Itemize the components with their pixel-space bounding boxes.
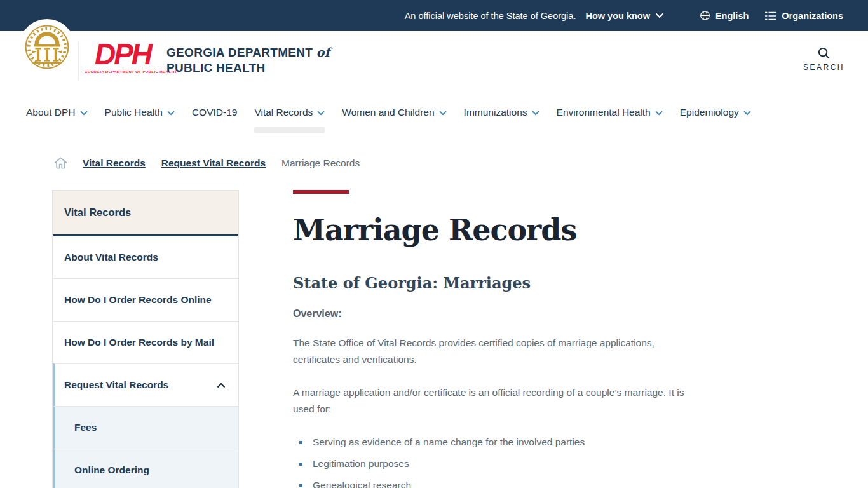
official-website-text: An official website of the State of Geor… [405,11,576,21]
section-heading: State of Georgia: Marriages [293,274,700,292]
sidebar-item-fees[interactable]: Fees [53,406,238,449]
nav-item-label: COVID-19 [192,107,238,118]
sidebar-item-about-vital-records[interactable]: About Vital Records [53,236,238,278]
sidebar-item-request-vital-records[interactable]: Request Vital Records [53,363,238,406]
list-icon [765,11,776,20]
language-button[interactable]: English [700,10,749,21]
chevron-down-icon [655,109,663,116]
chevron-down-icon [167,109,175,116]
breadcrumb: Vital RecordsRequest Vital RecordsMarria… [53,156,868,170]
bullet-square-icon [299,484,302,487]
nav-item-environmental-health[interactable]: Environmental Health [557,104,663,121]
sidebar-title: Vital Records [53,191,238,236]
home-icon[interactable] [53,156,68,170]
nav-item-epidemiology[interactable]: Epidemiology [680,104,751,121]
chevron-down-icon [439,109,447,116]
sidebar-item-label: Online Ordering [74,464,149,476]
list-item-text: Serving as evidence of a name change for… [313,437,585,448]
nav-item-label: Environmental Health [557,107,651,118]
nav-item-label: Epidemiology [680,107,739,118]
page-title: Marriage Records [293,213,700,247]
sidebar-item-label: About Vital Records [64,252,158,263]
title-accent-bar [293,190,349,194]
sidebar-vital-records: Vital Records About Vital RecordsHow Do … [52,190,239,488]
bullet-square-icon [299,441,302,444]
breadcrumb-link-request-vital-records[interactable]: Request Vital Records [161,158,266,169]
nav-item-label: Public Health [105,107,163,118]
page-content: Marriage Records State of Georgia: Marri… [293,190,700,488]
nav-item-public-health[interactable]: Public Health [105,104,175,121]
nav-item-label: Vital Records [254,107,313,118]
organizations-button[interactable]: Organizations [765,11,843,21]
list-item: Serving as evidence of a name change for… [299,437,700,448]
sidebar-item-label: How Do I Order Records Online [64,294,212,306]
sidebar-item-how-do-i-order-records-by-mail[interactable]: How Do I Order Records by Mail [53,321,238,363]
site-header: DPH GEORGIA DEPARTMENT OF PUBLIC HEALTH … [0,31,868,91]
sidebar-item-how-do-i-order-records-online[interactable]: How Do I Order Records Online [53,278,238,321]
nav-item-vital-records[interactable]: Vital Records [254,104,325,121]
chevron-up-icon [217,383,227,388]
sidebar-item-label: Request Vital Records [64,379,168,391]
chevron-down-icon [80,109,88,116]
government-banner: An official website of the State of Geor… [0,0,868,31]
list-item: Genealogical research [299,480,700,488]
list-item-text: Genealogical research [313,480,411,488]
nav-item-immunizations[interactable]: Immunizations [464,104,539,121]
how-you-know-button[interactable]: How you know [585,11,664,21]
nav-item-label: Immunizations [464,107,527,118]
nav-item-label: About DPH [26,107,76,118]
body-paragraph: A marriage application and/or certificat… [293,384,693,418]
body-paragraph: The State Office of Vital Records provid… [293,335,693,369]
nav-item-covid-19[interactable]: COVID-19 [192,104,238,121]
sidebar-item-online-ordering[interactable]: Online Ordering [53,449,238,488]
main-navigation: About DPHPublic HealthCOVID-19Vital Reco… [0,91,868,134]
chevron-down-icon [532,109,539,116]
sidebar-item-label: How Do I Order Records by Mail [64,337,214,348]
nav-item-about-dph[interactable]: About DPH [26,104,88,121]
chevron-down-icon [743,109,751,116]
georgia-state-seal-logo[interactable] [19,19,75,75]
chevron-down-icon [317,109,325,116]
sidebar-item-label: Fees [74,422,97,433]
header-divider [78,41,79,81]
search-icon [817,46,831,60]
georgia-arch-icon [24,24,70,70]
breadcrumb-link-vital-records[interactable]: Vital Records [83,158,146,169]
list-item-text: Legitimation purposes [313,458,409,470]
nav-item-women-and-children[interactable]: Women and Children [342,104,446,121]
bullet-square-icon [299,463,302,466]
breadcrumb-current-marriage-records: Marriage Records [281,158,360,169]
chevron-down-icon [655,13,664,18]
nav-item-label: Women and Children [342,107,434,118]
globe-icon [700,10,710,21]
usage-list: Serving as evidence of a name change for… [293,437,700,488]
search-button[interactable]: SEARCH [803,46,844,72]
list-item: Legitimation purposes [299,458,700,470]
dph-logo[interactable]: DPH GEORGIA DEPARTMENT OF PUBLIC HEALTH [85,40,161,74]
nav-active-indicator [254,127,325,133]
agency-name: GEORGIA DEPARTMENT of PUBLIC HEALTH [166,44,330,76]
overview-label: Overview: [293,308,700,320]
